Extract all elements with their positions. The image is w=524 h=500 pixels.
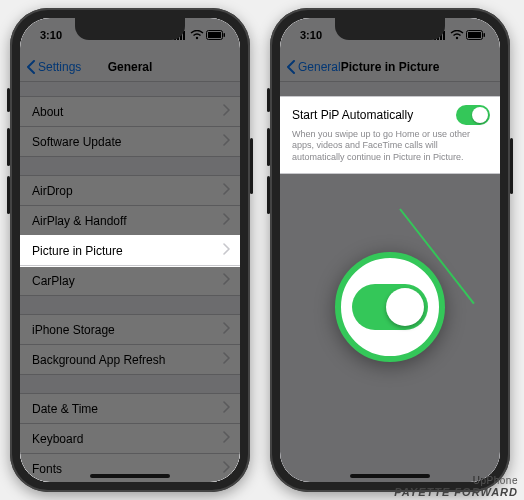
chevron-right-icon (222, 104, 230, 119)
pip-toggle-zoomed (352, 284, 428, 330)
svg-point-4 (196, 37, 198, 39)
settings-row[interactable]: Software Update (20, 127, 240, 157)
battery-icon (466, 30, 486, 40)
pip-toggle[interactable] (456, 105, 490, 125)
status-time: 3:10 (40, 29, 62, 41)
phone-left: 3:10 Settings General AboutSoftware Upda… (10, 8, 250, 492)
settings-row[interactable]: Background App Refresh (20, 345, 240, 375)
row-label: Background App Refresh (32, 353, 165, 367)
chevron-right-icon (222, 273, 230, 288)
chevron-right-icon (222, 213, 230, 228)
volume-down[interactable] (7, 176, 10, 214)
pip-setting-description: When you swipe up to go Home or use othe… (292, 129, 490, 163)
svg-rect-15 (484, 33, 486, 37)
notch (75, 18, 185, 40)
notch (335, 18, 445, 40)
settings-row[interactable]: AirDrop (20, 176, 240, 206)
svg-rect-14 (468, 32, 481, 38)
row-label: Date & Time (32, 402, 98, 416)
watermark: UpPhone PAYETTE FORWARD (394, 475, 518, 498)
toggle-knob (472, 107, 488, 123)
settings-row[interactable]: iPhone Storage (20, 315, 240, 345)
navbar-right: General Picture in Picture (280, 52, 500, 82)
chevron-left-icon (286, 60, 296, 74)
zoom-lens (335, 252, 445, 362)
wifi-icon (450, 30, 464, 40)
back-button[interactable]: Settings (26, 60, 81, 74)
row-label: AirDrop (32, 184, 73, 198)
watermark-line2: PAYETTE FORWARD (394, 486, 518, 498)
row-label: iPhone Storage (32, 323, 115, 337)
svg-point-12 (456, 37, 458, 39)
settings-row[interactable]: Picture in Picture (20, 236, 240, 266)
pip-setting-label: Start PiP Automatically (292, 108, 413, 122)
back-label: General (298, 60, 341, 74)
toggle-knob-zoomed (386, 288, 424, 326)
home-indicator[interactable] (350, 474, 430, 478)
side-button[interactable] (510, 138, 513, 194)
svg-rect-7 (224, 33, 226, 37)
row-label: CarPlay (32, 274, 75, 288)
chevron-right-icon (222, 243, 230, 258)
status-time: 3:10 (300, 29, 322, 41)
row-label: AirPlay & Handoff (32, 214, 127, 228)
settings-row[interactable]: AirPlay & Handoff (20, 206, 240, 236)
chevron-left-icon (26, 60, 36, 74)
row-label: Software Update (32, 135, 121, 149)
back-label: Settings (38, 60, 81, 74)
row-label: Keyboard (32, 432, 83, 446)
settings-row[interactable]: Date & Time (20, 394, 240, 424)
chevron-right-icon (222, 401, 230, 416)
chevron-right-icon (222, 183, 230, 198)
row-label: Fonts (32, 462, 62, 476)
chevron-right-icon (222, 352, 230, 367)
navbar-left: Settings General (20, 52, 240, 82)
back-button[interactable]: General (286, 60, 341, 74)
chevron-right-icon (222, 134, 230, 149)
row-label: About (32, 105, 63, 119)
pip-content: Start PiP Automatically When you swipe u… (280, 82, 500, 482)
screen-left: 3:10 Settings General AboutSoftware Upda… (20, 18, 240, 482)
chevron-right-icon (222, 322, 230, 337)
chevron-right-icon (222, 461, 230, 476)
settings-row[interactable]: CarPlay (20, 266, 240, 296)
chevron-right-icon (222, 431, 230, 446)
home-indicator[interactable] (90, 474, 170, 478)
volume-up[interactable] (7, 128, 10, 166)
settings-row[interactable]: Keyboard (20, 424, 240, 454)
settings-row[interactable]: About (20, 97, 240, 127)
phone-right: 3:10 General Picture in Picture Start Pi (270, 8, 510, 492)
svg-rect-6 (208, 32, 221, 38)
screen-right: 3:10 General Picture in Picture Start Pi (280, 18, 500, 482)
pip-setting-card: Start PiP Automatically When you swipe u… (280, 96, 500, 174)
wifi-icon (190, 30, 204, 40)
side-button[interactable] (250, 138, 253, 194)
settings-list[interactable]: AboutSoftware UpdateAirDropAirPlay & Han… (20, 82, 240, 482)
volume-up[interactable] (267, 128, 270, 166)
volume-down[interactable] (267, 176, 270, 214)
battery-icon (206, 30, 226, 40)
mute-switch[interactable] (7, 88, 10, 112)
mute-switch[interactable] (267, 88, 270, 112)
row-label: Picture in Picture (32, 244, 123, 258)
